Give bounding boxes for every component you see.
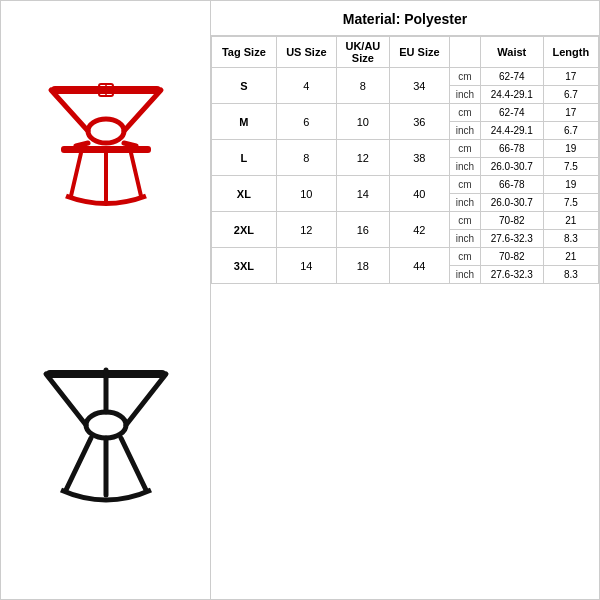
eu-size-cell: 42 xyxy=(389,212,449,248)
images-column xyxy=(1,1,211,599)
unit-cm-cell: cm xyxy=(449,248,480,266)
us-size-cell: 4 xyxy=(276,68,336,104)
length-cm-cell: 21 xyxy=(543,248,598,266)
eu-size-cell: 34 xyxy=(389,68,449,104)
unit-inch-cell: inch xyxy=(449,86,480,104)
svg-line-3 xyxy=(124,90,161,131)
unit-cm-cell: cm xyxy=(449,68,480,86)
unit-inch-cell: inch xyxy=(449,158,480,176)
col-tag-size: Tag Size xyxy=(212,37,277,68)
main-container: Material: Polyester Tag Size US Size UK/… xyxy=(0,0,600,600)
length-inch-cell: 7.5 xyxy=(543,158,598,176)
svg-line-8 xyxy=(131,153,141,196)
tag-size-cell: 2XL xyxy=(212,212,277,248)
svg-line-17 xyxy=(66,438,91,490)
col-ukau-size: UK/AUSize xyxy=(336,37,389,68)
waist-cm-cell: 66-78 xyxy=(480,140,543,158)
ukau-size-cell: 18 xyxy=(336,248,389,284)
waist-cm-cell: 70-82 xyxy=(480,248,543,266)
unit-cm-cell: cm xyxy=(449,104,480,122)
col-length: Length xyxy=(543,37,598,68)
red-lingerie-image xyxy=(21,41,191,271)
material-header: Material: Polyester xyxy=(211,1,599,36)
col-unit xyxy=(449,37,480,68)
svg-point-1 xyxy=(88,119,124,143)
length-cm-cell: 21 xyxy=(543,212,598,230)
waist-inch-cell: 26.0-30.7 xyxy=(480,158,543,176)
unit-inch-cell: inch xyxy=(449,230,480,248)
size-table: Tag Size US Size UK/AUSize EU Size Waist… xyxy=(211,36,599,284)
ukau-size-cell: 16 xyxy=(336,212,389,248)
table-row: L 8 12 38 cm 66-78 19 xyxy=(212,140,599,158)
us-size-cell: 6 xyxy=(276,104,336,140)
length-inch-cell: 7.5 xyxy=(543,194,598,212)
length-inch-cell: 8.3 xyxy=(543,266,598,284)
unit-cm-cell: cm xyxy=(449,176,480,194)
length-inch-cell: 8.3 xyxy=(543,230,598,248)
eu-size-cell: 38 xyxy=(389,140,449,176)
table-column: Material: Polyester Tag Size US Size UK/… xyxy=(211,1,599,599)
black-lingerie-image xyxy=(21,330,191,560)
ukau-size-cell: 8 xyxy=(336,68,389,104)
tag-size-cell: 3XL xyxy=(212,248,277,284)
waist-inch-cell: 24.4-29.1 xyxy=(480,122,543,140)
us-size-cell: 10 xyxy=(276,176,336,212)
waist-inch-cell: 27.6-32.3 xyxy=(480,230,543,248)
length-inch-cell: 6.7 xyxy=(543,86,598,104)
length-cm-cell: 17 xyxy=(543,104,598,122)
tag-size-cell: L xyxy=(212,140,277,176)
svg-line-14 xyxy=(46,374,86,425)
svg-line-2 xyxy=(51,90,88,131)
svg-point-13 xyxy=(86,412,126,438)
col-eu-size: EU Size xyxy=(389,37,449,68)
waist-cm-cell: 62-74 xyxy=(480,68,543,86)
unit-inch-cell: inch xyxy=(449,194,480,212)
unit-cm-cell: cm xyxy=(449,140,480,158)
ukau-size-cell: 12 xyxy=(336,140,389,176)
length-cm-cell: 19 xyxy=(543,176,598,194)
ukau-size-cell: 14 xyxy=(336,176,389,212)
col-waist: Waist xyxy=(480,37,543,68)
length-inch-cell: 6.7 xyxy=(543,122,598,140)
waist-cm-cell: 62-74 xyxy=(480,104,543,122)
waist-inch-cell: 27.6-32.3 xyxy=(480,266,543,284)
col-us-size: US Size xyxy=(276,37,336,68)
table-row: 3XL 14 18 44 cm 70-82 21 xyxy=(212,248,599,266)
eu-size-cell: 36 xyxy=(389,104,449,140)
tag-size-cell: M xyxy=(212,104,277,140)
unit-inch-cell: inch xyxy=(449,266,480,284)
us-size-cell: 14 xyxy=(276,248,336,284)
svg-line-15 xyxy=(126,374,166,425)
unit-inch-cell: inch xyxy=(449,122,480,140)
svg-line-5 xyxy=(76,143,88,146)
waist-cm-cell: 70-82 xyxy=(480,212,543,230)
svg-line-7 xyxy=(71,153,81,196)
tag-size-cell: XL xyxy=(212,176,277,212)
us-size-cell: 12 xyxy=(276,212,336,248)
us-size-cell: 8 xyxy=(276,140,336,176)
table-row: S 4 8 34 cm 62-74 17 xyxy=(212,68,599,86)
ukau-size-cell: 10 xyxy=(336,104,389,140)
length-cm-cell: 19 xyxy=(543,140,598,158)
table-row: 2XL 12 16 42 cm 70-82 21 xyxy=(212,212,599,230)
waist-inch-cell: 26.0-30.7 xyxy=(480,194,543,212)
eu-size-cell: 40 xyxy=(389,176,449,212)
svg-line-6 xyxy=(124,143,136,146)
waist-cm-cell: 66-78 xyxy=(480,176,543,194)
svg-line-18 xyxy=(121,438,146,490)
eu-size-cell: 44 xyxy=(389,248,449,284)
tag-size-cell: S xyxy=(212,68,277,104)
length-cm-cell: 17 xyxy=(543,68,598,86)
table-row: XL 10 14 40 cm 66-78 19 xyxy=(212,176,599,194)
table-row: M 6 10 36 cm 62-74 17 xyxy=(212,104,599,122)
waist-inch-cell: 24.4-29.1 xyxy=(480,86,543,104)
unit-cm-cell: cm xyxy=(449,212,480,230)
